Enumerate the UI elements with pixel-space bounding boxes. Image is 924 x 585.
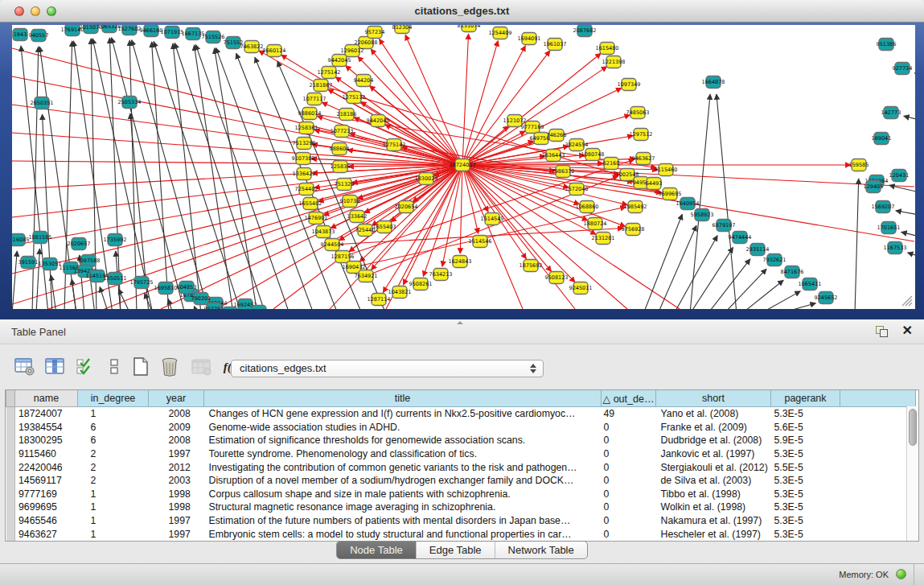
column-header-title[interactable]: title (204, 390, 602, 407)
cell-short[interactable]: Nakamura et al. (1997) (656, 514, 771, 528)
graph-edge[interactable] (904, 116, 915, 121)
column-header-in_degree[interactable]: in_degree (78, 390, 149, 407)
row-options-button[interactable] (102, 356, 126, 378)
cell-name[interactable]: 19384554 (15, 421, 78, 435)
cell-out_de[interactable]: 0 (602, 488, 656, 501)
graph-node[interactable]: 1297512 (630, 129, 653, 141)
cell-in_degree[interactable]: 1 (78, 488, 149, 501)
graph-node[interactable]: 812304 (392, 25, 413, 34)
graph-node[interactable]: 1701651 (877, 222, 901, 234)
graph-node[interactable]: 64493 (646, 178, 663, 190)
table-select-dropdown[interactable]: citations_edges.txt (231, 360, 544, 377)
graph-node[interactable]: 9699695 (659, 188, 682, 200)
table-row[interactable]: 2242004622012Investigating the contribut… (6, 460, 916, 474)
cell-name[interactable]: 9465546 (15, 514, 78, 528)
graph-node[interactable]: 1943 (13, 29, 27, 41)
graph-node[interactable]: 7515526 (202, 31, 225, 43)
graph-node[interactable]: 2087682 (573, 25, 597, 37)
graph-edge[interactable] (658, 225, 696, 309)
cell-out_de[interactable]: 0 (602, 474, 656, 488)
graph-edge[interactable] (855, 179, 859, 309)
graph-node[interactable]: 1875692 (519, 260, 543, 272)
cell-pagerank[interactable]: 5.5E-5 (771, 460, 840, 474)
cell-out_de[interactable]: 0 (602, 527, 656, 541)
table-row[interactable]: 1872400712008Changes of HCN gene express… (6, 407, 916, 421)
graph-node[interactable]: 9244504 (321, 239, 344, 251)
column-header-out_de[interactable]: △ out_de… (602, 390, 656, 407)
graph-node[interactable]: 125836 (331, 161, 351, 173)
graph-node[interactable]: 9508123 (545, 272, 569, 284)
cell-short[interactable]: Tibbo et al. (1998) (656, 488, 771, 501)
cell-short[interactable]: Hescheler et al. (1997) (656, 527, 771, 541)
table-row[interactable]: 946362711997Embryonic stem cells: a mode… (6, 527, 916, 541)
cell-short[interactable]: Stergiakouli et al. (2012) (656, 460, 771, 474)
graph-node[interactable]: 2935114 (746, 244, 770, 256)
cell-pagerank[interactable]: 5.3E-5 (771, 407, 840, 421)
graph-edge[interactable] (12, 251, 17, 309)
cell-title[interactable]: Structural magnetic resonance image aver… (204, 501, 602, 514)
graph-node[interactable]: 1275142 (318, 67, 341, 79)
graph-edge[interactable] (100, 287, 109, 309)
float-panel-icon[interactable] (876, 326, 889, 337)
graph-node[interactable]: 7254402 (295, 183, 318, 196)
graph-node[interactable]: 391591 (18, 257, 39, 269)
scrollbar-thumb[interactable] (909, 409, 917, 446)
close-panel-icon[interactable]: ✕ (902, 323, 913, 339)
graph-node[interactable]: 940557 (29, 30, 49, 42)
cell-pagerank[interactable]: 5.6E-5 (771, 421, 840, 435)
cell-short[interactable]: Dudbridge et al. (2008) (656, 434, 771, 447)
graph-node[interactable]: 9756928 (622, 224, 645, 236)
graph-node[interactable]: 1695810 (154, 282, 178, 295)
graph-node[interactable]: 988604 (330, 143, 350, 155)
graph-node[interactable]: 751329 (335, 179, 355, 191)
graph-node[interactable]: 7485063 (626, 107, 650, 119)
cell-short[interactable]: Wolkin et al. (1998) (656, 501, 771, 514)
graph-node[interactable]: 1065411 (799, 278, 822, 290)
cell-pagerank[interactable]: 5.3E-5 (771, 474, 840, 488)
graph-edge-selected[interactable] (462, 41, 498, 165)
graph-node[interactable]: 1624843 (449, 256, 472, 268)
delete-column-button[interactable] (158, 356, 182, 378)
graph-edge[interactable] (109, 38, 121, 309)
cell-year[interactable]: 2008 (149, 407, 204, 421)
cell-in_degree[interactable]: 6 (78, 421, 149, 435)
select-columns-button[interactable] (43, 356, 68, 378)
graph-node[interactable]: 790201 (191, 293, 211, 305)
graph-edge[interactable] (901, 232, 915, 237)
graph-node[interactable]: 1476901 (305, 212, 328, 225)
cell-year[interactable]: 1997 (149, 447, 204, 461)
graph-node[interactable]: 1640954 (676, 198, 700, 210)
cell-short[interactable]: Franke et al. (2009) (656, 421, 771, 435)
cell-out_de[interactable]: 49 (602, 407, 656, 421)
graph-node[interactable]: 7634213 (429, 269, 453, 281)
graph-node[interactable]: 1985492 (624, 201, 647, 213)
cell-in_degree[interactable]: 2 (78, 474, 149, 488)
graph-node[interactable]: 133642 (347, 211, 368, 223)
graph-node[interactable]: 8471676 (781, 266, 804, 278)
graph-edge[interactable] (36, 249, 39, 309)
graph-node[interactable]: 952251 (204, 303, 224, 310)
cell-out_de[interactable]: 0 (602, 501, 656, 514)
cell-year[interactable]: 1998 (149, 501, 204, 514)
graph-node[interactable]: 1795725 (130, 277, 154, 289)
cell-in_degree[interactable]: 1 (78, 514, 149, 528)
graph-node[interactable]: 159585 (849, 159, 869, 171)
window-resize-grip[interactable] (902, 296, 912, 306)
graph-node[interactable]: 1221398 (602, 56, 626, 68)
graph-edge[interactable] (914, 73, 915, 76)
graph-node[interactable]: 957234 (365, 27, 385, 39)
table-row[interactable]: 1938455462009Genome-wide association stu… (6, 421, 916, 435)
graph-node[interactable]: 9474444 (729, 232, 752, 244)
column-header-year[interactable]: year (149, 390, 204, 407)
delete-table-button[interactable] (190, 356, 214, 378)
cell-name[interactable]: 9463627 (15, 527, 78, 541)
graph-node[interactable]: 1167533 (884, 242, 907, 254)
graph-node[interactable]: 1287114 (368, 294, 391, 306)
graph-node[interactable]: 120431 (889, 170, 910, 182)
graph-node[interactable]: 142773 (881, 107, 901, 119)
graph-node[interactable]: 1880724 (584, 218, 607, 230)
cell-pagerank[interactable]: 5.3E-5 (771, 447, 840, 461)
column-header-pagerank[interactable]: pagerank (771, 390, 840, 407)
cell-in_degree[interactable]: 1 (78, 407, 149, 421)
cell-year[interactable]: 2009 (149, 421, 204, 435)
